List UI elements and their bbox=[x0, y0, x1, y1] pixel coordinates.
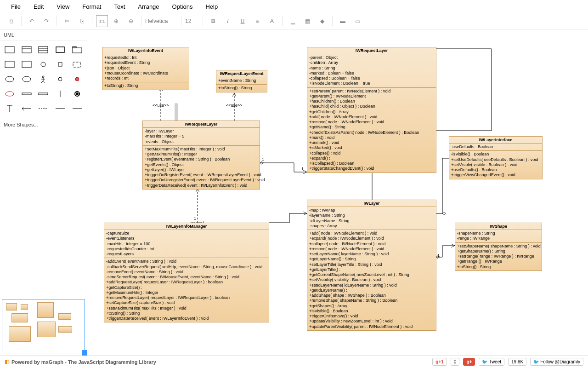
shape-class2-icon[interactable] bbox=[20, 44, 34, 56]
shape-actor-icon[interactable] bbox=[36, 73, 51, 85]
menu-arrange[interactable]: Arrange bbox=[131, 1, 165, 12]
class-member: -useDefaults : Boolean bbox=[451, 144, 540, 150]
redo-icon[interactable]: ↷ bbox=[40, 15, 53, 27]
class-member: -range : IWRange bbox=[457, 236, 540, 241]
tweet-button[interactable]: 🐦Tweet bbox=[479, 358, 504, 366]
shape-object-icon[interactable] bbox=[20, 58, 34, 70]
class-member: -addEvent( eventName : String ) : void bbox=[106, 259, 267, 264]
shape-line4-icon[interactable] bbox=[53, 103, 68, 115]
menu-help[interactable]: Help bbox=[199, 1, 224, 12]
class-member: -parent : Object bbox=[309, 55, 434, 60]
zoom-in-icon[interactable]: ⊕ bbox=[110, 15, 123, 27]
shape-start-icon[interactable] bbox=[53, 73, 68, 85]
zoom-out-icon[interactable]: ⊖ bbox=[124, 15, 137, 27]
class-member: +triggerOnUnregisterEvent( event : IWReq… bbox=[145, 178, 258, 183]
class-iwlayerinfoevent[interactable]: IWLayerInfoEvent +requestedId : Int+requ… bbox=[102, 47, 189, 90]
class-iwrequestlayerevent[interactable]: IWRequestLayerEvent +eventName : String … bbox=[216, 70, 267, 92]
canvas[interactable]: <<use>> <<use>> 1 1 1 request 1 IWLayerI… bbox=[87, 29, 588, 355]
italic-icon[interactable]: I bbox=[221, 15, 234, 27]
class-member: +toString() : String bbox=[106, 311, 267, 316]
menu-view[interactable]: View bbox=[50, 1, 76, 12]
class-member: -map : IWMap bbox=[309, 208, 434, 213]
class-iwlayerinterface[interactable]: IWLayerInterface -useDefaults : Boolean … bbox=[449, 136, 543, 179]
shape-line3-icon[interactable] bbox=[36, 103, 51, 115]
layout-icon[interactable]: ▭ bbox=[351, 15, 364, 27]
class-member: +triggerDataReceived( event : IWLayerInf… bbox=[145, 183, 258, 188]
shape-note-icon[interactable] bbox=[3, 58, 17, 70]
class-member: +add( node : IWNodeElement ) : void bbox=[309, 115, 434, 120]
class-member: -layerName : String bbox=[309, 213, 434, 218]
menu-text[interactable]: Text bbox=[107, 1, 131, 12]
class-iwshape[interactable]: IWShape -shapeName : String-range : IWRa… bbox=[455, 223, 542, 271]
follow-button[interactable]: 🐦Follow @Diagramly bbox=[530, 358, 583, 366]
outline-panel[interactable] bbox=[2, 299, 85, 353]
shape-line5-icon[interactable] bbox=[70, 103, 84, 115]
font-color-icon[interactable]: A bbox=[266, 15, 278, 27]
class-member: +triggerOnRemove() : void bbox=[309, 314, 434, 319]
fit-icon[interactable]: 1:1 bbox=[96, 15, 108, 27]
shape-class-icon[interactable] bbox=[3, 44, 17, 56]
shape-port-icon[interactable] bbox=[53, 58, 68, 70]
gplus-one-button[interactable]: g+1 bbox=[432, 358, 447, 366]
gradient-icon[interactable]: ◆ bbox=[316, 15, 328, 27]
class-member: -name : String bbox=[309, 66, 434, 71]
class-member: +registerEvent( eventname : String ) : B… bbox=[145, 157, 258, 162]
shape-end-icon[interactable] bbox=[70, 88, 84, 100]
cut-icon[interactable]: ✄ bbox=[61, 15, 74, 27]
menu-options[interactable]: Options bbox=[166, 1, 199, 12]
undo-icon[interactable]: ↶ bbox=[25, 15, 38, 27]
shadow-icon[interactable]: ▬ bbox=[336, 15, 349, 27]
shape-node-icon[interactable] bbox=[70, 58, 84, 70]
svg-rect-13 bbox=[73, 62, 80, 67]
svg-rect-12 bbox=[58, 63, 62, 66]
class-member: +removeShape( shapeName : String ) : Boo… bbox=[309, 298, 434, 303]
shape-join-icon[interactable] bbox=[36, 88, 51, 100]
class-iwrequestlayer-2[interactable]: IWRequestLayer -parent : Object-children… bbox=[307, 47, 436, 173]
class-member: +getCurrentShapeName( newZoomLevel : int… bbox=[309, 272, 434, 277]
class-member: +add( node : IWNodeElement ) : void bbox=[309, 231, 434, 236]
menu-format[interactable]: Format bbox=[76, 1, 107, 12]
shape-interface-icon[interactable] bbox=[36, 58, 51, 70]
shape-package-icon[interactable] bbox=[70, 44, 84, 56]
class-member: +getShapeName() : String bbox=[457, 249, 540, 254]
class-member: +json : Object bbox=[104, 66, 187, 71]
class-member: +setMaximumHits( maxHits : Integer ) : v… bbox=[145, 147, 258, 152]
class-iwrequestlayer-1[interactable]: IWRequestLayer -layer : IWLayer-maxHits … bbox=[142, 121, 260, 190]
more-shapes-link[interactable]: More Shapes... bbox=[0, 117, 87, 132]
shape-component-icon[interactable] bbox=[53, 44, 68, 56]
shape-line2-icon[interactable] bbox=[20, 103, 34, 115]
shape-state-icon[interactable] bbox=[70, 73, 84, 85]
class-member: +getMaximumHits() : Integer bbox=[145, 152, 258, 157]
fill-color-icon[interactable]: ▦ bbox=[301, 15, 314, 27]
menu-edit[interactable]: Edit bbox=[27, 1, 50, 12]
class-iwlayer[interactable]: IWLayer -map : IWMap-layerName : String-… bbox=[307, 200, 436, 331]
class-member: -sendServerRequest( event : IWMouseEvent… bbox=[106, 275, 267, 280]
edge-label-one1: 1 bbox=[262, 157, 264, 162]
shape-icon-12[interactable] bbox=[20, 73, 34, 85]
tweet-count: 19.8K bbox=[508, 358, 526, 366]
shape-class3-icon[interactable] bbox=[36, 44, 51, 56]
gplus-icon[interactable]: g+ bbox=[463, 358, 475, 366]
shape-decision-icon[interactable] bbox=[53, 88, 68, 100]
menu-file[interactable]: File bbox=[5, 1, 27, 12]
font-family-input[interactable] bbox=[145, 18, 177, 24]
shape-fork-icon[interactable] bbox=[20, 88, 34, 100]
shape-line1-icon[interactable] bbox=[3, 103, 17, 115]
class-member: +isCollapsed() : Boolean bbox=[309, 161, 434, 166]
shape-activity-icon[interactable] bbox=[3, 88, 17, 100]
svg-rect-24 bbox=[22, 93, 31, 95]
underline-icon[interactable]: U bbox=[236, 15, 249, 27]
class-member: +getIdLayerName() : bbox=[309, 288, 434, 293]
line-color-icon[interactable]: ▁ bbox=[286, 15, 299, 27]
print-icon[interactable]: ⎙ bbox=[5, 15, 17, 27]
copy-icon[interactable]: ⎘ bbox=[75, 15, 88, 27]
bold-icon[interactable]: B bbox=[207, 15, 220, 27]
class-iwlayerinfomanager[interactable]: IWLayerInfoManager -captureSize-eventLis… bbox=[104, 223, 269, 322]
font-size-input[interactable] bbox=[185, 18, 199, 24]
shape-usecase-icon[interactable] bbox=[3, 73, 17, 85]
class-member: +triggerStateChangedEvent() : void bbox=[309, 166, 434, 171]
align-icon[interactable]: ≡ bbox=[251, 15, 264, 27]
palette-header[interactable]: UML bbox=[0, 29, 87, 41]
class-member: -callbackSendServerRequest( xmlHttp, eve… bbox=[106, 264, 267, 270]
class-member: +isVisible() : Boolean bbox=[309, 309, 434, 314]
